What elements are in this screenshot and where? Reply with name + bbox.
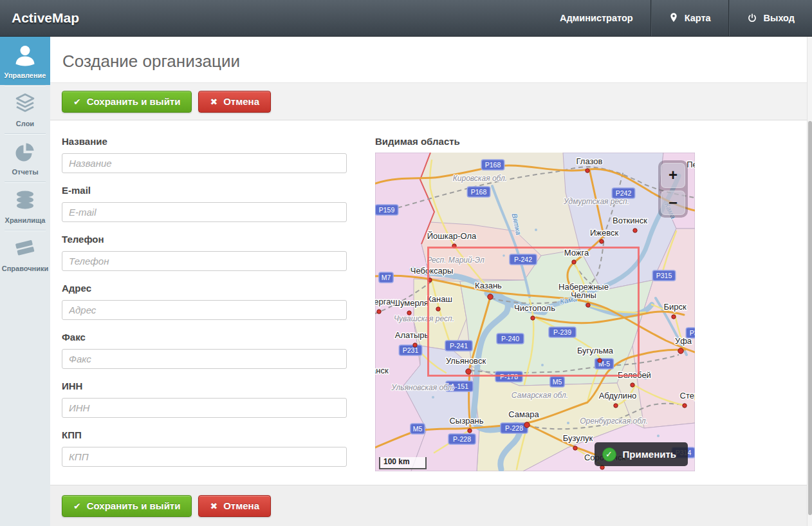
form-field-name: Название <box>62 136 347 173</box>
city-label: Глазов <box>577 156 603 166</box>
phone-input[interactable] <box>62 251 347 271</box>
city-dot <box>678 348 683 353</box>
road-badge-label: Р315 <box>656 272 672 279</box>
check-icon: ✔ <box>73 501 81 511</box>
sidebar-item-references[interactable]: Справочники <box>0 230 50 278</box>
road-badge-label: Р315 <box>690 329 695 337</box>
city-label: Йошкар-Ола <box>427 231 477 241</box>
app-logo: ActiveMap <box>12 10 79 26</box>
scrollbar[interactable] <box>807 37 812 526</box>
city-label: Сергач <box>375 297 395 306</box>
road-badge-label: Р-228 <box>453 435 471 443</box>
sidebar-item-reports[interactable]: Отчеты <box>0 133 50 182</box>
city-label: Ижевск <box>590 228 619 238</box>
visible-area-selection-rectangle[interactable] <box>427 247 640 377</box>
x-icon: ✖ <box>210 97 217 107</box>
region-label: Удмуртская респ. <box>563 197 629 206</box>
logout-link-label: Выход <box>764 13 795 23</box>
city-dot <box>614 404 618 408</box>
zoom-out-button[interactable]: − <box>661 191 685 216</box>
name-label: Название <box>62 136 347 147</box>
road-badge-label: Р168 <box>471 188 487 196</box>
fax-label: Факс <box>62 332 347 343</box>
road-badge-label: М5 <box>413 425 423 433</box>
sidebar-item-storages[interactable]: Хранилища <box>0 182 50 230</box>
content-area: НазваниеE-mailТелефонАдресФаксИННКПП Вид… <box>50 120 812 485</box>
sidebar-item-management[interactable]: Управление <box>0 37 50 85</box>
books-icon <box>12 236 38 261</box>
layers-icon <box>12 91 38 117</box>
sidebar-item-label: Отчеты <box>12 168 38 176</box>
road-badge-label: Р231 <box>403 346 419 354</box>
save-button[interactable]: ✔ Сохранить и выйти <box>62 91 192 113</box>
city-dot <box>683 404 687 408</box>
fax-input[interactable] <box>62 349 347 369</box>
page-title: Создание организации <box>50 37 812 82</box>
city-label: Сызрань <box>449 416 483 426</box>
save-button-label: Сохранить и выйти <box>87 500 181 511</box>
map-link-label: Карта <box>685 13 711 23</box>
city-dot <box>377 310 381 314</box>
city-dot <box>672 315 676 319</box>
cancel-button-label: Отмена <box>223 96 259 107</box>
kpp-label: КПП <box>62 429 347 440</box>
inn-label: ИНН <box>62 380 347 391</box>
email-input[interactable] <box>62 202 347 222</box>
sidebar-item-label: Хранилища <box>5 216 46 224</box>
apply-button-label: Применить <box>623 449 676 460</box>
phone-label: Телефон <box>62 234 347 245</box>
city-dot <box>600 240 604 243</box>
cancel-button-label: Отмена <box>223 500 259 511</box>
city-dot <box>573 446 577 450</box>
header-menu: Администратор Карта Выход <box>542 0 812 36</box>
city-dot <box>407 311 411 315</box>
map-zoom-control: + − <box>658 160 688 218</box>
form-field-address: Адрес <box>62 283 347 320</box>
cancel-button[interactable]: ✖ Отмена <box>198 91 271 113</box>
region-label: Оренбургская обл. <box>580 417 648 426</box>
road-badge-label: Р-228 <box>505 424 523 432</box>
power-icon <box>747 13 757 23</box>
city-label: Воткинск <box>613 216 647 225</box>
sidebar-item-label: Управление <box>4 71 46 79</box>
road-badge-label: М5 <box>553 378 562 386</box>
zoom-in-button[interactable]: + <box>661 163 685 188</box>
map[interactable]: Р168Р168Р242Р159Р-242М7Р315Р315Р-239Р-24… <box>375 153 695 471</box>
address-input[interactable] <box>62 300 347 320</box>
sidebar-item-label: Слои <box>16 120 34 127</box>
region-label: Кировская обл. <box>453 174 507 183</box>
form-field-phone: Телефон <box>62 234 347 271</box>
top-bar: ActiveMap Администратор Карта Выход <box>0 0 812 37</box>
road-badge-label: Р159 <box>379 206 395 214</box>
save-button-label: Сохранить и выйти <box>87 96 181 107</box>
x-icon: ✖ <box>210 501 217 511</box>
logout-link[interactable]: Выход <box>730 0 812 36</box>
name-input[interactable] <box>62 153 347 173</box>
kpp-input[interactable] <box>62 447 347 467</box>
sidebar-item-layers[interactable]: Слои <box>0 85 50 133</box>
sidebar-item-label: Справочники <box>2 265 49 272</box>
city-label: Шумерля <box>392 298 429 308</box>
check-circle-icon: ✓ <box>602 447 616 462</box>
form-field-inn: ИНН <box>62 380 347 418</box>
map-link[interactable]: Карта <box>652 0 728 36</box>
scrollbar-thumb[interactable] <box>808 121 812 515</box>
road-badge-label: Р168 <box>485 161 501 169</box>
pie-chart-icon <box>12 139 38 165</box>
road-badge-label: Р242 <box>616 189 632 197</box>
sidebar: УправлениеСлоиОтчетыХранилищаСправочники <box>0 37 50 526</box>
main-panel: Создание организации ✔ Сохранить и выйти… <box>50 37 812 526</box>
city-label: Бузулук <box>563 433 593 443</box>
cancel-button-bottom[interactable]: ✖ Отмена <box>198 495 271 517</box>
toolbar-top: ✔ Сохранить и выйти ✖ Отмена <box>50 82 812 120</box>
toolbar-bottom: ✔ Сохранить и выйти ✖ Отмена <box>50 485 812 526</box>
user-menu[interactable]: Администратор <box>542 0 651 36</box>
city-dot <box>586 169 589 173</box>
check-icon: ✔ <box>73 97 81 107</box>
city-dot <box>468 429 472 433</box>
apply-button[interactable]: ✓ Применить <box>595 442 688 466</box>
city-label: Пермь <box>687 160 695 169</box>
save-button-bottom[interactable]: ✔ Сохранить и выйти <box>62 495 192 517</box>
form-field-kpp: КПП <box>62 429 347 467</box>
inn-input[interactable] <box>62 398 347 418</box>
